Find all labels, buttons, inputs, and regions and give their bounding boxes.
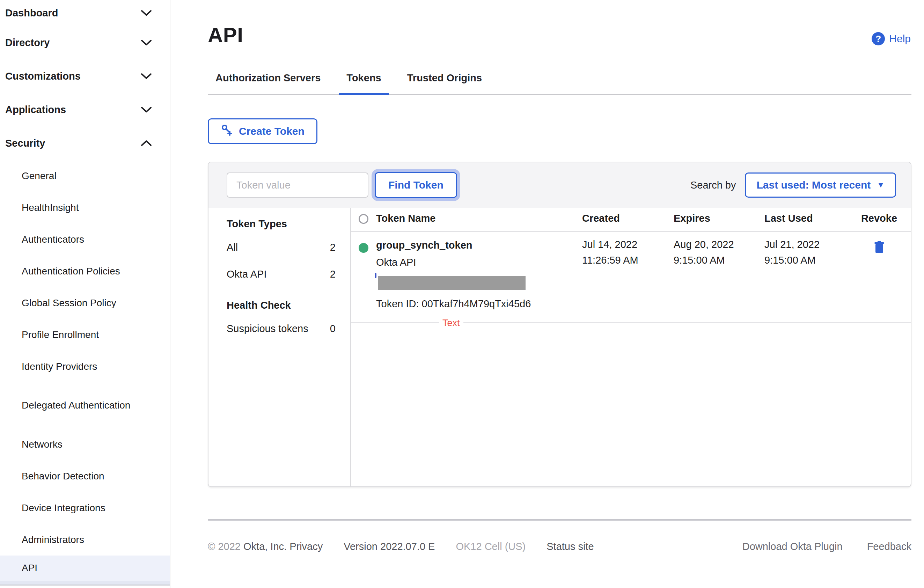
tab-authorization-servers[interactable]: Authorization Servers xyxy=(208,72,328,96)
token-types-panel: Token Types All 2 Okta API 2 Health Chec… xyxy=(208,208,351,486)
tab-bar: Authorization Servers Tokens Trusted Ori… xyxy=(208,72,911,96)
sidebar: Dashboard Directory Customizations Appli… xyxy=(0,0,170,588)
cell-label: OK12 Cell (US) xyxy=(456,541,526,552)
last-used-date: Jul 21, 2022 xyxy=(764,239,848,250)
chevron-down-icon xyxy=(140,106,152,114)
sidebar-item-identity-providers[interactable]: Identity Providers xyxy=(0,351,170,382)
sidebar-item-label: Applications xyxy=(5,104,66,115)
col-last-used: Last Used xyxy=(764,212,848,224)
sidebar-item-label: Behavior Detection xyxy=(21,469,104,483)
sidebar-item-label: HealthInsight xyxy=(21,201,79,214)
sidebar-item-behavior-detection[interactable]: Behavior Detection xyxy=(0,460,170,492)
question-mark-icon: ? xyxy=(871,32,885,45)
trash-icon[interactable] xyxy=(874,241,884,256)
sidebar-item-label: Authentication Policies xyxy=(21,265,120,278)
sidebar-item-profile-enrollment[interactable]: Profile Enrollment xyxy=(0,319,170,351)
status-ring-icon xyxy=(359,214,368,224)
sidebar-item-global-session-policy[interactable]: Global Session Policy xyxy=(0,287,170,319)
version-label: Version 2022.07.0 E xyxy=(343,541,435,552)
status-active-icon xyxy=(359,243,368,253)
sidebar-item-label: Networks xyxy=(21,438,63,451)
annotation-label: Text xyxy=(439,318,464,329)
sort-dropdown[interactable]: Last used: Most recent ▼ xyxy=(745,173,896,198)
created-date: Jul 14, 2022 xyxy=(582,239,673,250)
sidebar-item-label: General xyxy=(21,170,56,183)
create-token-label: Create Token xyxy=(239,125,305,137)
sidebar-item-label: Device Integrations xyxy=(21,501,106,515)
tokens-panel: Find Token Search by Last used: Most rec… xyxy=(208,161,911,487)
token-search-bar: Find Token Search by Last used: Most rec… xyxy=(208,162,911,208)
sidebar-item-delegated-authentication[interactable]: Delegated Authentication xyxy=(0,382,170,428)
col-token-name: Token Name xyxy=(376,212,582,224)
download-okta-plugin-link[interactable]: Download Okta Plugin xyxy=(742,541,843,552)
status-site-link[interactable]: Status site xyxy=(546,541,594,552)
chevron-down-icon xyxy=(140,39,152,46)
sidebar-item-customizations[interactable]: Customizations xyxy=(0,59,170,93)
sidebar-item-label: Profile Enrollment xyxy=(21,328,99,341)
filter-count: 2 xyxy=(330,268,336,280)
tab-trusted-origins[interactable]: Trusted Origins xyxy=(399,72,490,96)
sidebar-item-general[interactable]: General xyxy=(0,160,170,192)
filter-label: All xyxy=(227,242,238,253)
token-value-input[interactable] xyxy=(227,173,368,198)
filter-count: 0 xyxy=(330,323,336,334)
create-token-button[interactable]: Create Token xyxy=(208,119,317,144)
expires-time: 9:15:00 AM xyxy=(673,255,764,265)
sort-dropdown-value: Last used: Most recent xyxy=(756,179,871,191)
filter-all[interactable]: All 2 xyxy=(227,234,336,261)
filter-suspicious-tokens[interactable]: Suspicious tokens 0 xyxy=(227,315,336,342)
copyright: © 2022 xyxy=(208,541,241,552)
main-content: ? Help API Authorization Servers Tokens … xyxy=(171,0,924,588)
token-types-title: Token Types xyxy=(227,218,336,230)
caret-down-icon: ▼ xyxy=(877,181,884,189)
sidebar-item-security[interactable]: Security xyxy=(0,127,170,160)
sidebar-item-authenticators[interactable]: Authenticators xyxy=(0,224,170,255)
redacted-token-value xyxy=(378,276,526,290)
sidebar-item-healthinsight[interactable]: HealthInsight xyxy=(0,192,170,224)
company-privacy: Okta, Inc. Privacy xyxy=(243,541,323,552)
page-title: API xyxy=(208,0,911,47)
chevron-up-icon xyxy=(140,139,152,147)
sidebar-item-dashboard[interactable]: Dashboard xyxy=(0,0,170,26)
sidebar-item-label: API xyxy=(21,562,37,575)
sidebar-item-authentication-policies[interactable]: Authentication Policies xyxy=(0,255,170,287)
filter-okta-api[interactable]: Okta API 2 xyxy=(227,261,336,288)
tab-tokens[interactable]: Tokens xyxy=(339,72,389,96)
help-label: Help xyxy=(889,33,911,45)
sidebar-item-label: Administrators xyxy=(21,533,84,547)
sidebar-item-administrators[interactable]: Administrators xyxy=(0,524,170,555)
col-created: Created xyxy=(582,212,673,224)
col-revoke: Revoke xyxy=(848,212,911,224)
sidebar-item-label: Authenticators xyxy=(21,233,84,246)
table-row: group_synch_token Okta API Token ID: 00T… xyxy=(351,232,911,323)
filter-count: 2 xyxy=(330,242,336,253)
sidebar-item-label: Security xyxy=(5,138,45,149)
sidebar-item-directory[interactable]: Directory xyxy=(0,26,170,59)
sidebar-item-networks[interactable]: Networks xyxy=(0,428,170,460)
sidebar-item-api[interactable]: API xyxy=(0,555,170,581)
chevron-down-icon xyxy=(140,72,152,80)
health-check-title: Health Check xyxy=(227,300,336,311)
find-token-button[interactable]: Find Token xyxy=(375,172,457,198)
chevron-down-icon xyxy=(140,9,152,17)
tokens-table: Token Name Created Expires Last Used Rev… xyxy=(351,208,911,486)
filter-label: Suspicious tokens xyxy=(227,323,309,334)
key-plus-icon xyxy=(221,124,233,139)
feedback-link[interactable]: Feedback xyxy=(867,541,911,552)
expires-date: Aug 20, 2022 xyxy=(673,239,764,250)
sidebar-item-applications[interactable]: Applications xyxy=(0,93,170,127)
sidebar-item-label: Identity Providers xyxy=(21,360,97,373)
token-type: Okta API xyxy=(376,257,582,268)
sidebar-scroll-strip xyxy=(0,581,170,586)
table-header-row: Token Name Created Expires Last Used Rev… xyxy=(351,208,911,232)
cursor-tick xyxy=(375,273,376,278)
sidebar-item-label: Directory xyxy=(5,37,50,49)
created-time: 11:26:59 AM xyxy=(582,255,673,265)
footer-divider xyxy=(208,519,911,520)
sidebar-item-label: Delegated Authentication xyxy=(21,399,130,412)
sidebar-item-device-integrations[interactable]: Device Integrations xyxy=(0,492,170,524)
sidebar-item-label: Customizations xyxy=(5,71,81,82)
search-by-label: Search by xyxy=(690,180,736,191)
sidebar-item-label: Dashboard xyxy=(5,7,58,19)
help-link[interactable]: ? Help xyxy=(871,32,911,45)
